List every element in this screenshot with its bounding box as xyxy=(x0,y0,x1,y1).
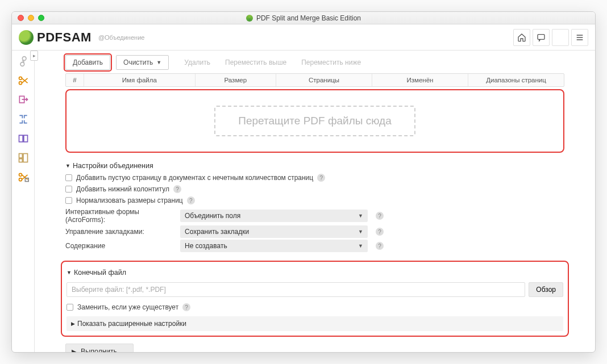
add-button[interactable]: Добавить xyxy=(65,55,110,70)
sidebar-split-icon[interactable] xyxy=(17,74,30,87)
app-icon xyxy=(246,15,253,22)
svg-rect-2 xyxy=(557,36,560,40)
notifications-button[interactable] xyxy=(533,29,550,46)
overwrite-row: Заменить, если уже существует ? xyxy=(66,302,563,313)
chevron-down-icon: ▼ xyxy=(358,229,363,235)
chevron-right-icon: ▶ xyxy=(71,321,75,327)
output-file-input[interactable]: Выберите файл: [*.pdf, *.PDF] xyxy=(66,282,525,297)
chevron-down-icon: ▼ xyxy=(358,243,363,249)
normalize-label: Нормализовать размеры страниц xyxy=(76,196,183,204)
window-title: PDF Split and Merge Basic Edition xyxy=(12,14,595,22)
play-icon: ▶ xyxy=(72,348,77,353)
sidebar: ▸ xyxy=(12,51,35,352)
svg-rect-0 xyxy=(538,34,544,39)
bookmarks-select[interactable]: Сохранить закладки▼ xyxy=(180,225,368,238)
col-modified: Изменён xyxy=(372,74,468,86)
overwrite-checkbox[interactable] xyxy=(66,304,73,311)
output-section-highlight: ▼Конечный файл Выберите файл: [*.pdf, *.… xyxy=(61,261,569,337)
chevron-down-icon: ▼ xyxy=(66,270,72,275)
acroforms-select[interactable]: Объединить поля▼ xyxy=(180,210,368,222)
col-filename: Имя файла xyxy=(84,74,196,86)
home-button[interactable] xyxy=(513,29,530,46)
svg-rect-8 xyxy=(23,135,27,142)
grid-icon xyxy=(556,33,565,42)
help-icon[interactable]: ? xyxy=(376,228,384,236)
svg-rect-1 xyxy=(557,34,564,36)
help-icon[interactable]: ? xyxy=(317,174,325,182)
run-bar: ▶ Выполнить xyxy=(65,344,564,352)
bookmarks-label: Управление закладками: xyxy=(65,228,172,236)
normalize-checkbox-row: Нормализовать размеры страниц ? xyxy=(65,195,564,206)
col-number: # xyxy=(66,74,84,86)
clear-button[interactable]: Очистить▼ xyxy=(116,55,169,70)
bookmarks-row: Управление закладками: Сохранить закладк… xyxy=(65,225,564,238)
col-pages: Страницы xyxy=(276,74,372,86)
svg-rect-7 xyxy=(19,135,23,142)
toc-label: Содержание xyxy=(65,242,172,250)
menu-button[interactable] xyxy=(571,29,588,46)
run-button[interactable]: ▶ Выполнить xyxy=(65,344,134,352)
col-size: Размер xyxy=(196,74,276,86)
app-body: ▸ Добавить Очистить▼ Удалить Переместить… xyxy=(12,51,595,352)
sidebar-toggle[interactable]: ▸ xyxy=(30,51,38,61)
acroforms-label: Интерактивные формы (AcroForms): xyxy=(65,208,172,224)
svg-point-13 xyxy=(19,178,22,181)
footer-label: Добавить нижний колонтитул xyxy=(76,185,169,193)
dashboard-button[interactable] xyxy=(552,29,569,46)
chat-icon xyxy=(537,33,546,42)
file-table-header: # Имя файла Размер Страницы Изменён Диап… xyxy=(65,73,564,87)
help-icon[interactable]: ? xyxy=(376,242,384,250)
home-icon xyxy=(517,33,526,42)
add-blank-label: Добавить пустую страницу в документах с … xyxy=(76,174,313,182)
sidebar-rotate-icon[interactable] xyxy=(17,113,30,125)
footer-checkbox-row: Добавить нижний колонтитул ? xyxy=(65,183,564,195)
main-panel: Добавить Очистить▼ Удалить Переместить в… xyxy=(35,51,595,352)
sidebar-size-split-icon[interactable] xyxy=(17,171,30,183)
overwrite-label: Заменить, если уже существует xyxy=(77,303,178,311)
sidebar-bookmark-split-icon[interactable] xyxy=(17,152,30,164)
svg-point-12 xyxy=(19,173,22,176)
delete-button[interactable]: Удалить xyxy=(177,55,218,70)
logo-icon xyxy=(19,30,34,45)
normalize-checkbox[interactable] xyxy=(65,197,72,204)
footer-checkbox[interactable] xyxy=(65,186,72,193)
toc-select[interactable]: Не создавать▼ xyxy=(180,240,368,252)
merge-settings-title[interactable]: ▼Настройки объединения xyxy=(65,160,564,172)
col-ranges: Диапазоны страниц xyxy=(468,74,564,86)
app-window: PDF Split and Merge Basic Edition PDFSAM… xyxy=(11,11,596,353)
app-header: PDFSAM @Объединение xyxy=(12,24,595,51)
toolbar: Добавить Очистить▼ Удалить Переместить в… xyxy=(35,51,595,73)
sidebar-mix-icon[interactable] xyxy=(17,132,30,145)
merge-settings-section: ▼Настройки объединения Добавить пустую с… xyxy=(65,160,564,254)
file-dropzone[interactable]: Перетащите PDF файлы сюда xyxy=(66,90,563,152)
sidebar-extract-icon[interactable] xyxy=(17,94,30,106)
move-down-button[interactable]: Переместить ниже xyxy=(294,55,368,70)
dropzone-hint: Перетащите PDF файлы сюда xyxy=(214,106,415,136)
chevron-down-icon: ▼ xyxy=(65,163,70,169)
brand-text: PDFSAM xyxy=(37,30,92,45)
svg-point-5 xyxy=(19,82,22,85)
sidebar-merge-icon[interactable] xyxy=(17,55,30,68)
add-blank-checkbox[interactable] xyxy=(65,174,72,181)
svg-point-4 xyxy=(19,77,22,80)
toc-row: Содержание Не создавать▼ ? xyxy=(65,240,564,252)
help-icon[interactable]: ? xyxy=(187,196,195,204)
svg-rect-3 xyxy=(561,36,564,40)
svg-rect-9 xyxy=(19,154,22,158)
titlebar: PDF Split and Merge Basic Edition xyxy=(12,12,595,24)
browse-button[interactable]: Обзор xyxy=(529,282,563,297)
add-blank-checkbox-row: Добавить пустую страницу в документах с … xyxy=(65,172,564,183)
move-up-button[interactable]: Переместить выше xyxy=(218,55,294,70)
chevron-down-icon: ▼ xyxy=(156,60,161,65)
output-file-row: Выберите файл: [*.pdf, *.PDF] Обзор xyxy=(66,282,563,297)
brand-subtitle: @Объединение xyxy=(98,34,145,41)
svg-rect-10 xyxy=(19,159,22,162)
help-icon[interactable]: ? xyxy=(173,185,181,193)
header-actions xyxy=(513,29,588,46)
hamburger-icon xyxy=(575,33,584,42)
advanced-settings-toggle[interactable]: ▶Показать расширенные настройки xyxy=(66,316,563,331)
help-icon[interactable]: ? xyxy=(376,212,384,220)
logo: PDFSAM @Объединение xyxy=(19,30,144,45)
output-title[interactable]: ▼Конечный файл xyxy=(66,266,563,279)
help-icon[interactable]: ? xyxy=(182,303,190,311)
